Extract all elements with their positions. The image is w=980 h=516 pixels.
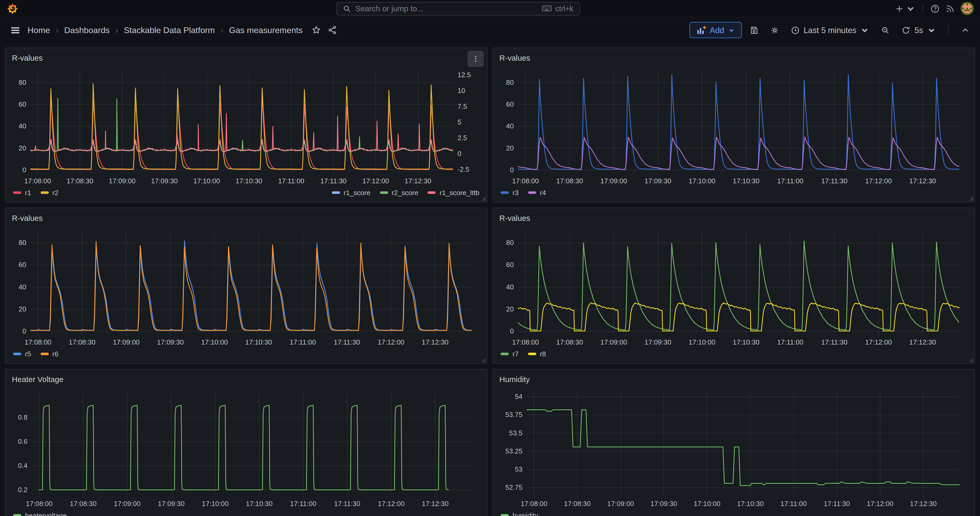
chart-area[interactable]: 020406080-2.502.557.51012.517:08:0017:08…: [12, 64, 480, 186]
refresh-icon: [902, 25, 911, 35]
legend-item-r6[interactable]: r6: [40, 350, 59, 358]
legend-item-r1[interactable]: r1: [13, 189, 31, 196]
y-axis-right-tick-label: 12.5: [457, 71, 471, 79]
y-axis-tick-label: 80: [506, 78, 514, 86]
help-button[interactable]: [928, 1, 942, 16]
y-axis-tick-label: 0.2: [18, 486, 27, 494]
legend-label: r1_score_lttb: [440, 189, 479, 196]
panel-r-values-3: R-values 02040608017:08:0017:08:3017:09:…: [5, 208, 487, 364]
search-placeholder: Search or jump to...: [355, 4, 538, 13]
panel-title[interactable]: Humidity: [500, 375, 530, 384]
x-axis-tick-label: 17:10:00: [689, 338, 716, 346]
y-axis-right-tick-label: 7.5: [457, 102, 467, 110]
legend-label: r5: [25, 350, 31, 358]
zoom-out-time-button[interactable]: [877, 22, 894, 38]
time-range-picker[interactable]: Last 5 minutes: [787, 22, 873, 38]
panel-header: R-values: [500, 51, 968, 64]
panel-resize-handle[interactable]: [969, 358, 973, 362]
y-axis-tick-label: 20: [506, 305, 514, 313]
dashboard-toolbar: Home›Dashboards›Stackable Data Platform›…: [0, 18, 980, 43]
x-axis-tick-label: 17:12:00: [865, 338, 892, 346]
breadcrumb-item[interactable]: Gas measurements: [229, 25, 303, 35]
legend-label: r7: [512, 350, 519, 358]
panel-title[interactable]: R-values: [12, 213, 43, 222]
panel-resize-handle[interactable]: [969, 196, 973, 201]
legend-item-r7[interactable]: r7: [501, 350, 519, 358]
divider: [948, 25, 949, 35]
dashboard-settings-button[interactable]: [766, 22, 783, 38]
breadcrumb-item[interactable]: Home: [27, 25, 50, 35]
refresh-picker[interactable]: 5s: [897, 22, 940, 38]
user-avatar[interactable]: [961, 2, 974, 15]
clock-icon: [791, 25, 800, 35]
collapse-toolbar-button[interactable]: [957, 22, 974, 38]
panel-resize-handle[interactable]: [481, 358, 486, 362]
favorite-button[interactable]: [309, 22, 324, 38]
y-axis-tick-label: 0: [22, 166, 26, 174]
legend-group-left: humidity: [501, 511, 538, 516]
new-button[interactable]: [892, 1, 918, 16]
breadcrumb-item[interactable]: Stackable Data Platform: [124, 25, 215, 35]
x-axis-tick-label: 17:11:00: [777, 338, 803, 346]
breadcrumb-item[interactable]: Dashboards: [64, 25, 110, 35]
legend-item-r8[interactable]: r8: [528, 350, 546, 358]
panel-title[interactable]: R-values: [500, 213, 530, 222]
toolbar-right: Add Last 5 minutes: [689, 22, 974, 38]
news-button[interactable]: [942, 1, 958, 16]
legend-swatch: [332, 191, 340, 194]
x-axis-tick-label: 17:09:00: [600, 177, 627, 185]
legend-item-r2_score[interactable]: r2_score: [380, 189, 418, 196]
grafana-app: Search or jump to... ctrl+k: [0, 0, 980, 516]
topbar-actions: [892, 1, 974, 16]
y-axis-tick-label: 80: [19, 239, 26, 247]
panel-title[interactable]: Heater Voltage: [12, 375, 64, 384]
x-axis-tick-label: 17:08:00: [521, 500, 547, 508]
star-icon: [311, 25, 321, 35]
panel-legend: r3r4: [500, 186, 968, 199]
grafana-logo-icon[interactable]: [6, 2, 19, 15]
y-axis-tick-label: 54: [515, 393, 523, 400]
legend-swatch: [501, 353, 509, 355]
share-button[interactable]: [325, 22, 340, 38]
menu-toggle-button[interactable]: [6, 21, 24, 39]
legend-label: r2: [52, 189, 59, 196]
chart-area[interactable]: 02040608017:08:0017:08:3017:09:0017:09:3…: [12, 225, 480, 348]
chart-area[interactable]: 52.755353.2553.553.755417:08:0017:08:301…: [500, 386, 968, 509]
kebab-icon: [471, 54, 480, 63]
y-axis-tick-label: 53.75: [505, 411, 523, 419]
y-axis-right-tick-label: 5: [457, 118, 461, 126]
legend-item-r1_score_lttb[interactable]: r1_score_lttb: [428, 189, 479, 196]
x-axis-tick-label: 17:08:00: [512, 177, 539, 185]
legend-item-heatervoltage[interactable]: heatervoltage: [13, 511, 67, 516]
series-line-heatervoltage: [39, 405, 449, 490]
panel-heater-voltage: Heater Voltage 0.20.40.60.817:08:0017:08…: [5, 369, 487, 516]
search-input[interactable]: Search or jump to... ctrl+k: [336, 2, 580, 15]
chart-area[interactable]: 02040608017:08:0017:08:3017:09:0017:09:3…: [500, 64, 968, 186]
add-panel-button[interactable]: Add: [689, 22, 742, 38]
y-axis-tick-label: 20: [19, 144, 26, 152]
panel-title[interactable]: R-values: [12, 54, 43, 62]
panel-legend: r1r2r1_scorer2_scorer1_score_lttb: [12, 186, 480, 199]
chart-area[interactable]: 02040608017:08:0017:08:3017:09:0017:09:3…: [500, 225, 968, 348]
x-axis-tick-label: 17:09:00: [113, 338, 140, 346]
panel-title[interactable]: R-values: [500, 54, 530, 62]
zoom-out-icon: [881, 25, 890, 35]
save-dashboard-button[interactable]: [745, 22, 762, 38]
legend-item-humidity[interactable]: humidity: [501, 511, 538, 516]
legend-item-r4[interactable]: r4: [528, 189, 546, 196]
panel-r-values-4: R-values 02040608017:08:0017:08:3017:09:…: [493, 208, 975, 364]
series-line-r4: [518, 137, 959, 170]
y-axis-tick-label: 0: [22, 327, 26, 335]
search-icon: [342, 4, 351, 13]
chart-area[interactable]: 0.20.40.60.817:08:0017:08:3017:09:0017:0…: [12, 386, 480, 509]
y-axis-right-tick-label: 0: [457, 150, 461, 158]
legend-item-r2[interactable]: r2: [40, 189, 59, 196]
y-axis-tick-label: 80: [19, 78, 26, 86]
legend-item-r5[interactable]: r5: [13, 350, 31, 358]
legend-item-r1_score[interactable]: r1_score: [332, 189, 370, 196]
x-axis-tick-label: 17:08:00: [512, 338, 539, 346]
legend-item-r3[interactable]: r3: [501, 189, 519, 196]
legend-swatch: [380, 191, 388, 194]
panel-resize-handle[interactable]: [481, 196, 486, 201]
y-axis-tick-label: 80: [506, 239, 514, 247]
